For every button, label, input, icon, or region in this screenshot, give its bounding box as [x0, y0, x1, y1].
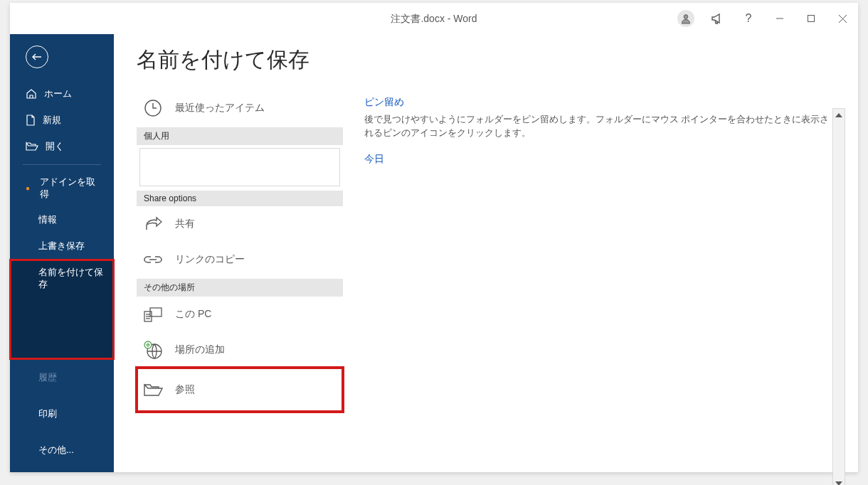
backstage-sidebar: ホーム 新規 開く ● アドインを取得 情報: [10, 34, 114, 472]
section-share: Share options: [137, 191, 343, 206]
nav-print-label: 印刷: [38, 408, 57, 420]
nav-info[interactable]: 情報: [10, 207, 114, 233]
nav-new[interactable]: 新規: [10, 107, 114, 134]
scroll-up-button[interactable]: [833, 109, 845, 122]
feedback-button[interactable]: [702, 3, 733, 34]
source-addplace-label: 場所の追加: [175, 343, 225, 356]
folder-open-icon: [26, 142, 38, 151]
help-button[interactable]: ?: [733, 3, 764, 34]
nav-others[interactable]: その他...: [10, 437, 114, 464]
nav-history-label: 履歴: [38, 372, 57, 384]
source-browse[interactable]: 参照: [137, 368, 343, 412]
source-recent-label: 最近使ったアイテム: [175, 102, 265, 114]
source-add-place[interactable]: 場所の追加: [137, 332, 343, 368]
source-share-label: 共有: [175, 218, 195, 230]
add-place-icon: [144, 341, 162, 359]
nav-info-label: 情報: [38, 214, 57, 226]
nav-open-label: 開く: [46, 141, 64, 153]
window-title: 注文書.docx - Word: [391, 13, 477, 26]
sidebar-divider: [23, 164, 101, 165]
section-other: その他の場所: [137, 279, 343, 297]
home-icon: [26, 88, 37, 100]
nav-saveas-label: 名前を付けて保存: [38, 267, 104, 291]
source-recent[interactable]: 最近使ったアイテム: [137, 90, 343, 126]
chevron-up-icon: [835, 113, 842, 117]
source-thispc-label: この PC: [175, 308, 211, 321]
nav-save[interactable]: 上書き保存: [10, 233, 114, 260]
source-copy-link[interactable]: リンクのコピー: [137, 242, 343, 277]
folder-list-pane: ピン留め 後で見つけやすいようにフォルダーをピン留めします。フォルダーにマウス …: [343, 90, 858, 412]
minimize-icon: [775, 14, 785, 23]
close-icon: [838, 14, 847, 23]
nav-home[interactable]: ホーム: [10, 81, 114, 107]
source-copylink-label: リンクのコピー: [175, 253, 245, 266]
link-icon: [144, 254, 162, 265]
save-sources-list: 最近使ったアイテム 個人用 Share options 共有 リンクのコピー: [137, 90, 343, 412]
user-avatar[interactable]: [670, 3, 702, 34]
nav-print[interactable]: 印刷: [10, 401, 114, 427]
arrow-left-icon: [31, 51, 43, 63]
back-button[interactable]: [26, 46, 48, 68]
source-browse-label: 参照: [175, 383, 195, 396]
bullet-icon: ●: [26, 184, 30, 192]
close-button[interactable]: [827, 3, 858, 34]
megaphone-icon: [710, 11, 724, 26]
page-title: 名前を付けて保存: [137, 34, 858, 90]
today-section-header: 今日: [364, 153, 832, 166]
nav-save-label: 上書き保存: [38, 240, 85, 252]
nav-others-label: その他...: [38, 444, 74, 457]
chevron-down-icon: [835, 481, 842, 485]
minimize-button[interactable]: [764, 3, 795, 34]
maximize-icon: [807, 14, 815, 23]
section-personal: 個人用: [137, 127, 343, 145]
svg-rect-2: [808, 16, 815, 22]
personal-account-box[interactable]: [139, 148, 340, 186]
nav-addins-label: アドインを取得: [40, 176, 104, 201]
nav-home-label: ホーム: [44, 88, 72, 100]
nav-new-label: 新規: [43, 114, 61, 127]
pc-icon: [143, 306, 163, 323]
source-this-pc[interactable]: この PC: [137, 297, 343, 332]
svg-point-0: [684, 15, 688, 19]
person-icon: [680, 13, 692, 24]
nav-history[interactable]: 履歴: [10, 365, 114, 391]
vertical-scrollbar[interactable]: [832, 108, 845, 485]
nav-get-addins[interactable]: ● アドインを取得: [10, 169, 114, 208]
scroll-down-button[interactable]: [833, 477, 845, 485]
nav-save-as[interactable]: 名前を付けて保存: [10, 260, 114, 359]
folder-icon: [143, 383, 163, 397]
maximize-button[interactable]: [795, 3, 827, 34]
document-icon: [26, 114, 36, 126]
clock-icon: [144, 99, 162, 117]
share-icon: [144, 215, 162, 233]
nav-open[interactable]: 開く: [10, 134, 114, 160]
pin-section-header: ピン留め: [364, 96, 832, 109]
source-share[interactable]: 共有: [137, 206, 343, 242]
pin-section-description: 後で見つけやすいようにフォルダーをピン留めします。フォルダーにマウス ポインター…: [364, 113, 832, 140]
